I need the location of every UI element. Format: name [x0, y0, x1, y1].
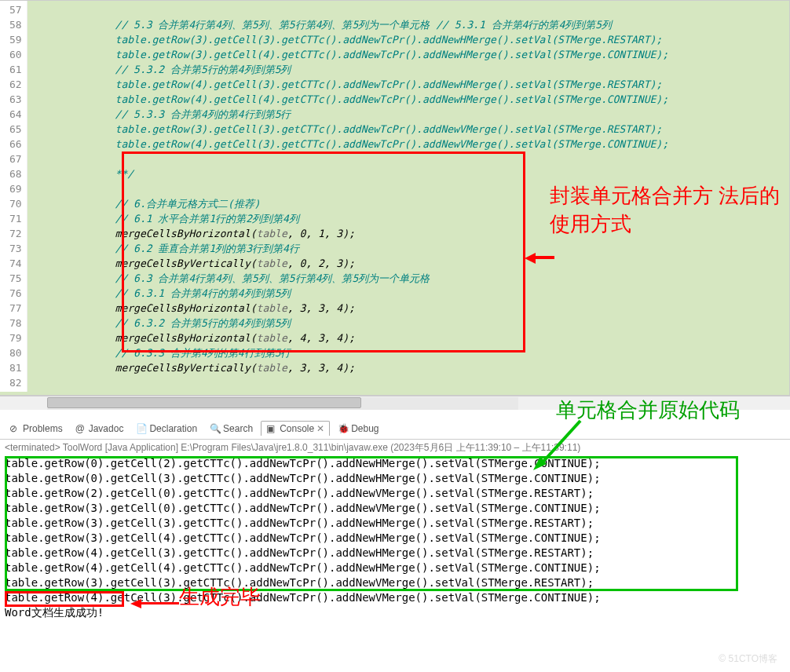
debug-icon: 🐞: [338, 423, 349, 434]
line-number: 58: [9, 17, 22, 32]
line-number: 78: [9, 316, 22, 331]
line-number: 60: [9, 47, 22, 62]
console-line: table.getRow(0).getCell(3).getCTTc().add…: [5, 471, 785, 486]
line-number: 61: [9, 62, 22, 77]
code-line[interactable]: table.getRow(4).getCell(3).getCTTc().add…: [42, 137, 789, 152]
tab-label: Javadoc: [89, 423, 124, 434]
line-number: 81: [9, 360, 22, 375]
tab-label: Debug: [351, 423, 379, 434]
code-editor[interactable]: 5758596061626364656667686970717273747576…: [0, 0, 790, 396]
code-line[interactable]: // 6.3.2 合并第5行的第4列到第5列: [42, 316, 789, 331]
code-line[interactable]: // 6.3.3 合并第4列的第4行到第5行: [42, 345, 789, 360]
annotation-original-code: 单元格合并原始代码: [556, 396, 740, 424]
tab-label: Declaration: [149, 423, 197, 434]
console-line: table.getRow(3).getCell(4).getCTTc().add…: [5, 531, 785, 546]
console-line: table.getRow(4).getCell(4).getCTTc().add…: [5, 561, 785, 575]
line-number: 68: [9, 166, 22, 181]
code-line[interactable]: // 6.3.1 合并第4行的第4列到第5列: [42, 286, 789, 301]
line-number: 77: [9, 301, 22, 316]
console-icon: ▣: [266, 423, 277, 434]
declaration-icon: 📄: [136, 423, 147, 434]
code-line[interactable]: table.getRow(3).getCell(3).getCTTc().add…: [42, 32, 789, 47]
line-number: 75: [9, 271, 22, 286]
console-line: table.getRow(4).getCell(3).getCTTc().add…: [5, 590, 785, 605]
code-line[interactable]: // 6.3 合并第4行第4列、第5列、第5行第4列、第5列为一个单元格: [42, 271, 789, 286]
tab-label: Console: [280, 423, 314, 434]
tab-label: Problems: [23, 423, 63, 434]
console-line: table.getRow(4).getCell(3).getCTTc().add…: [5, 546, 785, 561]
annotation-done: 生成完毕: [179, 590, 261, 604]
console-line: Word文档生成成功!: [5, 605, 785, 620]
console-line: table.getRow(3).getCell(3).getCTTc().add…: [5, 516, 785, 531]
code-line[interactable]: // 6.2 垂直合并第1列的第3行到第4行: [42, 241, 789, 256]
line-number: 79: [9, 331, 22, 345]
line-number: 57: [9, 2, 22, 17]
line-number: 73: [9, 241, 22, 256]
tab-console[interactable]: ▣Console ✕: [261, 421, 330, 436]
code-line[interactable]: **/: [42, 166, 789, 181]
close-icon[interactable]: ✕: [316, 423, 324, 434]
code-line[interactable]: table.getRow(3).getCell(3).getCTTc().add…: [42, 122, 789, 137]
code-line[interactable]: [42, 2, 789, 17]
console-output[interactable]: 生成完毕 table.getRow(0).getCell(2).getCTTc(…: [0, 456, 790, 625]
console-line: table.getRow(3).getCell(0).getCTTc().add…: [5, 501, 785, 516]
code-line[interactable]: mergeCellsByHorizontal(table, 4, 3, 4);: [42, 331, 789, 345]
tab-debug[interactable]: 🐞Debug: [333, 422, 383, 436]
tab-javadoc[interactable]: @Javadoc: [71, 422, 129, 436]
line-number: 76: [9, 286, 22, 301]
line-number: 67: [9, 152, 22, 166]
line-number: 74: [9, 256, 22, 271]
code-line[interactable]: // 5.3.3 合并第4列的第4行到第5行: [42, 107, 789, 122]
line-number: 66: [9, 137, 22, 152]
line-gutter: 5758596061626364656667686970717273747576…: [0, 1, 27, 392]
green-arrow-icon: [529, 417, 584, 472]
line-number: 63: [9, 92, 22, 107]
console-process-info: <terminated> ToolWord [Java Application]…: [0, 440, 790, 456]
search-icon: 🔍: [210, 423, 221, 434]
console-line: table.getRow(3).getCell(3).getCTTc().add…: [5, 575, 785, 590]
line-number: 62: [9, 77, 22, 92]
tab-search[interactable]: 🔍Search: [205, 422, 258, 436]
console-line: table.getRow(2).getCell(0).getCTTc().add…: [5, 486, 785, 501]
line-number: 80: [9, 345, 22, 360]
javadoc-icon: @: [75, 423, 86, 434]
code-line[interactable]: mergeCellsByHorizontal(table, 3, 3, 4);: [42, 301, 789, 316]
code-line[interactable]: mergeCellsByVertically(table, 3, 3, 4);: [42, 360, 789, 375]
code-line[interactable]: table.getRow(3).getCell(4).getCTTc().add…: [42, 47, 789, 62]
tab-problems[interactable]: ⊘Problems: [5, 422, 68, 436]
console-line: table.getRow(0).getCell(2).getCTTc().add…: [5, 456, 785, 471]
code-line[interactable]: // 5.3 合并第4行第4列、第5列、第5行第4列、第5列为一个单元格 // …: [42, 17, 789, 32]
svg-line-0: [541, 421, 580, 464]
code-line[interactable]: // 5.3.2 合并第5行的第4列到第5列: [42, 62, 789, 77]
annotation-encapsulated-merge: 封装单元格合并方 法后的使用方式: [550, 181, 789, 238]
line-number: 69: [9, 181, 22, 196]
scroll-thumb[interactable]: [47, 397, 361, 408]
code-line[interactable]: mergeCellsByVertically(table, 0, 2, 3);: [42, 256, 789, 271]
tab-declaration[interactable]: 📄Declaration: [131, 422, 202, 436]
line-number: 70: [9, 196, 22, 211]
problems-icon: ⊘: [9, 423, 20, 434]
line-number: 82: [9, 375, 22, 390]
red-arrow-icon-2: [130, 596, 179, 612]
line-number: 72: [9, 226, 22, 241]
tab-label: Search: [223, 423, 253, 434]
code-line[interactable]: table.getRow(4).getCell(4).getCTTc().add…: [42, 92, 789, 107]
code-line[interactable]: table.getRow(4).getCell(3).getCTTc().add…: [42, 77, 789, 92]
code-line[interactable]: [42, 152, 789, 166]
line-number: 65: [9, 122, 22, 137]
line-number: 64: [9, 107, 22, 122]
line-number: 71: [9, 211, 22, 226]
red-arrow-icon: [525, 248, 556, 264]
line-number: 59: [9, 32, 22, 47]
code-line[interactable]: [42, 375, 789, 390]
